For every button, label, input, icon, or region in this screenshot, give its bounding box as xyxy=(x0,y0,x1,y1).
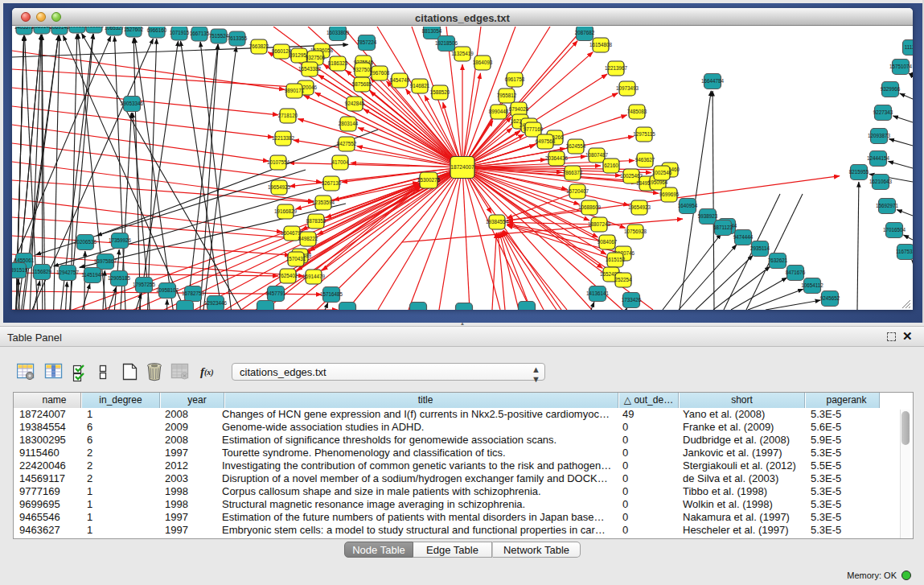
svg-text:12923446: 12923446 xyxy=(204,300,228,306)
svg-text:16914479: 16914479 xyxy=(302,274,326,279)
svg-text:1156829: 1156829 xyxy=(32,269,52,274)
svg-text:19654925: 19654925 xyxy=(268,184,291,190)
svg-text:1002546: 1002546 xyxy=(652,170,672,175)
svg-text:252254: 252254 xyxy=(614,277,632,282)
svg-text:10756928: 10756928 xyxy=(624,229,647,234)
svg-text:2967608: 2967608 xyxy=(370,70,390,76)
svg-text:11451944: 11451944 xyxy=(81,272,104,278)
svg-text:1065326: 1065326 xyxy=(84,27,105,28)
svg-text:7857224: 7857224 xyxy=(357,39,377,45)
svg-text:20364436: 20364436 xyxy=(545,155,569,161)
svg-text:15716485: 15716485 xyxy=(320,291,343,297)
svg-text:2087682: 2087682 xyxy=(575,30,595,35)
svg-text:7663822: 7663822 xyxy=(249,43,269,49)
svg-text:6794028: 6794028 xyxy=(509,106,529,112)
svg-text:9146821: 9146821 xyxy=(410,83,430,89)
svg-text:15692971: 15692971 xyxy=(876,203,899,208)
svg-text:9457791: 9457791 xyxy=(266,290,286,296)
svg-text:16543382: 16543382 xyxy=(298,66,322,72)
svg-text:10107554: 10107554 xyxy=(267,159,290,165)
svg-text:16644784: 16644784 xyxy=(701,78,725,84)
svg-text:1167533: 1167533 xyxy=(896,249,913,254)
svg-text:(x): (x) xyxy=(204,368,214,377)
svg-text:1733426: 1733426 xyxy=(622,297,642,303)
svg-text:11124: 11124 xyxy=(905,44,913,50)
svg-text:1640954: 1640954 xyxy=(678,203,698,208)
svg-text:10807487: 10807487 xyxy=(585,152,609,158)
svg-text:19654923: 19654923 xyxy=(628,204,651,210)
svg-text:1588520: 1588520 xyxy=(430,89,450,95)
svg-text:1065327: 1065327 xyxy=(105,27,125,31)
svg-text:12905185: 12905185 xyxy=(108,275,131,281)
svg-text:417004: 417004 xyxy=(331,159,349,165)
svg-text:8878352: 8878352 xyxy=(306,218,326,224)
svg-text:16210643: 16210643 xyxy=(869,179,893,184)
svg-text:8215955: 8215955 xyxy=(849,169,869,175)
svg-text:8498222: 8498222 xyxy=(298,236,318,241)
svg-text:10688609: 10688609 xyxy=(578,204,602,210)
svg-text:8427552: 8427552 xyxy=(337,141,357,146)
svg-text:18724007: 18724007 xyxy=(450,164,474,170)
svg-text:3624554: 3624554 xyxy=(566,143,586,149)
svg-text:16154808: 16154808 xyxy=(589,42,613,47)
svg-text:9699695: 9699695 xyxy=(659,192,680,197)
svg-text:9227343: 9227343 xyxy=(873,109,893,115)
svg-text:8186323: 8186323 xyxy=(328,60,348,66)
svg-text:7632621: 7632621 xyxy=(768,257,788,263)
svg-text:8454749: 8454749 xyxy=(390,77,410,83)
svg-text:5875685: 5875685 xyxy=(352,81,372,87)
svg-text:15300275: 15300275 xyxy=(417,177,441,183)
svg-text:12213382: 12213382 xyxy=(272,135,295,141)
svg-text:12444154: 12444154 xyxy=(867,155,890,161)
svg-text:17359926: 17359926 xyxy=(109,237,132,243)
svg-text:9890171: 9890171 xyxy=(285,88,305,93)
svg-text:8471676: 8471676 xyxy=(786,270,806,275)
svg-text:19384554: 19384554 xyxy=(486,219,509,225)
svg-text:93975867: 93975867 xyxy=(94,258,117,264)
svg-text:2935114: 2935114 xyxy=(750,245,770,251)
svg-text:6871123: 6871123 xyxy=(713,225,733,230)
svg-text:5938923: 5938923 xyxy=(698,213,718,219)
svg-text:1615152: 1615152 xyxy=(606,257,626,262)
svg-text:11325419: 11325419 xyxy=(451,51,474,56)
svg-text:19218506: 19218506 xyxy=(435,40,458,46)
svg-text:9327506: 9327506 xyxy=(306,55,326,60)
svg-text:9329966: 9329966 xyxy=(881,86,901,92)
svg-text:6497568: 6497568 xyxy=(536,138,556,144)
svg-text:9474444: 9474444 xyxy=(733,234,754,240)
svg-text:9242845: 9242845 xyxy=(345,101,365,106)
svg-text:10973493: 10973493 xyxy=(616,85,639,91)
svg-text:1667135: 1667135 xyxy=(190,31,210,36)
svg-text:8990448: 8990448 xyxy=(489,109,509,114)
svg-text:8813054: 8813054 xyxy=(422,28,442,34)
svg-text:9463627: 9463627 xyxy=(635,157,655,163)
svg-text:16033809: 16033809 xyxy=(326,30,350,35)
svg-text:6961758: 6961758 xyxy=(505,76,525,82)
svg-text:15751074: 15751074 xyxy=(889,64,913,69)
svg-text:6966160: 6966160 xyxy=(147,27,167,33)
svg-text:1570431: 1570431 xyxy=(286,256,306,262)
svg-text:1391519: 1391519 xyxy=(12,267,28,273)
svg-text:7625402: 7625402 xyxy=(278,273,298,278)
svg-text:18807249: 18807249 xyxy=(588,221,611,227)
svg-text:29053346: 29053346 xyxy=(121,101,144,106)
svg-text:10958107: 10958107 xyxy=(156,287,179,293)
svg-text:62160: 62160 xyxy=(604,163,618,168)
svg-text:3267130: 3267130 xyxy=(322,180,342,186)
svg-text:19166829: 19166829 xyxy=(274,208,298,214)
svg-text:12213967: 12213967 xyxy=(605,65,628,71)
svg-text:12093873: 12093873 xyxy=(868,133,891,138)
svg-text:2718120: 2718120 xyxy=(278,113,298,118)
svg-text:9245652: 9245652 xyxy=(820,295,840,301)
svg-text:14136141: 14136141 xyxy=(586,290,610,296)
svg-text:20206536: 20206536 xyxy=(74,239,97,245)
svg-text:7613355: 7613355 xyxy=(228,35,248,41)
svg-text:7955812: 7955812 xyxy=(497,93,517,98)
svg-text:7866372: 7866372 xyxy=(563,170,583,175)
svg-text:17957255: 17957255 xyxy=(133,282,156,287)
svg-text:12942757: 12942757 xyxy=(56,270,80,275)
svg-text:10654112: 10654112 xyxy=(801,282,823,288)
svg-text:2803144: 2803144 xyxy=(339,121,359,126)
svg-text:9084067: 9084067 xyxy=(598,239,618,245)
svg-text:12353594: 12353594 xyxy=(312,200,335,205)
